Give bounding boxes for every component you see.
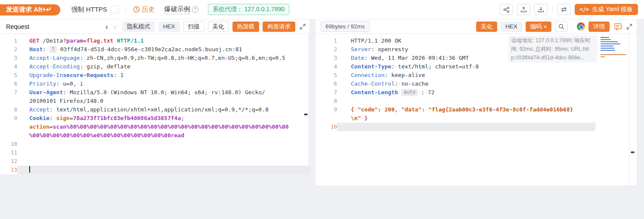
response-minimap[interactable] <box>601 37 627 59</box>
code-text: Upgrade-Insecure-Requests:·1 <box>17 71 309 80</box>
inline-chip: ? <box>50 46 57 53</box>
nav-next-button[interactable]: › <box>111 22 118 31</box>
import-icon <box>538 6 544 13</box>
help-icon: ? <box>192 6 198 13</box>
request-code-line-wrap[interactable]: 20100101·Firefox/148.0 <box>0 97 309 105</box>
scan-button[interactable]: 扫描 <box>183 22 204 32</box>
import-button[interactable] <box>534 4 548 15</box>
response-code-line-wrap[interactable]: \n"·} <box>316 114 637 123</box>
request-code-line-6[interactable]: 6Priority:·u=0,·i <box>0 80 309 88</box>
response-code-line-9[interactable]: 9{·"code":·200,·"data":·"flag{2aab00c3-e… <box>316 105 637 114</box>
request-scrollbar-thumb[interactable] <box>304 114 308 115</box>
minimap-line <box>601 54 626 55</box>
request-code-line-wrap[interactable]: action=scan%80%00%00%00%00%00%00%00%00%0… <box>0 123 309 131</box>
feedback-button[interactable] <box>614 23 622 31</box>
response-code-line-10[interactable]: 10 <box>316 123 637 131</box>
line-number: 6 <box>316 80 337 88</box>
response-code-line-6[interactable]: 6Cache-Control:·no-cache <box>316 80 637 88</box>
response-hex-button[interactable]: HEX <box>501 22 522 32</box>
system-proxy-badge: 系统代理： 127.0.0.1:7890 <box>208 4 289 15</box>
line-number: 5 <box>316 71 337 80</box>
request-code-line-9[interactable]: 9Cookie:·sign=78a273f71bfc83efb40086a5d3… <box>0 114 309 123</box>
response-code-line-5[interactable]: 5Connection:·keep-alive <box>316 71 637 80</box>
clock-icon <box>133 6 140 13</box>
force-https-checkbox[interactable] <box>111 6 119 14</box>
share-button[interactable] <box>500 4 513 15</box>
request-code-line-11[interactable]: 11 <box>0 148 309 157</box>
response-code-line-8[interactable]: 8 <box>316 97 637 105</box>
request-code-line-1[interactable]: 1GET·/De1ta?param=flag.txt·HTTP/1.1 <box>0 37 309 45</box>
code-text: GET·/De1ta?param=flag.txt·HTTP/1.1 <box>17 37 309 45</box>
send-request-button[interactable]: 发送请求 Alt+↵ <box>0 4 60 15</box>
nav-prev-button[interactable]: ‹ <box>103 22 111 31</box>
code-text <box>337 123 595 131</box>
minimap-line <box>601 39 611 40</box>
encode-dropdown[interactable]: 编码 ∨ <box>526 22 551 32</box>
request-beautify-button[interactable]: 美化 <box>208 22 229 32</box>
request-panel-title: Request <box>6 23 29 30</box>
privacy-mode-button[interactable]: 隐私模式 <box>122 22 155 32</box>
response-code-line-4[interactable]: 4Content-Type:·text/html;·charset=utf-8 <box>316 62 637 71</box>
request-code-line-2[interactable]: 2Host:·?·03ff4d74-d51d-4dcc-956e-c3019e2… <box>0 45 309 54</box>
export-button[interactable] <box>517 4 530 15</box>
http-repeater-app: 发送请求 Alt+↵ 强制 HTTPS 历史 爆破示例 ? 系统代理： 127.… <box>0 0 644 219</box>
generate-yaml-button[interactable]: </> 生成 Yaml 模板 <box>575 4 638 15</box>
request-hex-button[interactable]: HEX <box>158 22 180 32</box>
code-text: Accept-Encoding:·gzip,·deflate <box>17 62 309 71</box>
response-panel-header: 69bytes / 92ms 美化 HEX 编码 ∨ 详情 <box>316 19 637 34</box>
line-number: 9 <box>316 105 337 114</box>
request-expand-button[interactable] <box>300 24 306 30</box>
share-icon <box>503 6 510 13</box>
line-number: 13 <box>0 166 17 174</box>
code-text: Accept-Language:·zh-CN,zh;q=0.9,zh-TW;q=… <box>17 54 309 62</box>
build-request-button[interactable]: 构造请求 <box>263 22 295 32</box>
code-text: User-Agent:·Mozilla/5.0·(Windows·NT·10.0… <box>17 88 309 97</box>
response-scrollbar-thumb[interactable] <box>631 151 635 153</box>
response-stats-badge: 69bytes / 92ms <box>321 21 370 32</box>
force-https-label: 强制 HTTPS <box>71 6 107 14</box>
request-code-line-13[interactable]: 13 <box>0 166 309 174</box>
request-code-line-8[interactable]: 8Accept:·text/html,application/xhtml+xml… <box>0 105 309 114</box>
request-editor[interactable]: 1GET·/De1ta?param=flag.txt·HTTP/1.12Host… <box>0 34 309 174</box>
minimap-line <box>601 41 618 42</box>
code-text: Content-Length·auto·:·72 <box>337 88 595 97</box>
top-toolbar: 发送请求 Alt+↵ 强制 HTTPS 历史 爆破示例 ? 系统代理： 127.… <box>0 0 644 19</box>
toolbar-right-group: </> 生成 Yaml 模板 <box>500 4 644 15</box>
minimap-line <box>601 37 609 38</box>
line-number: 2 <box>0 45 17 54</box>
swap-icon <box>560 6 567 12</box>
request-code-line-12[interactable]: 12 <box>0 157 309 166</box>
generate-yaml-label: 生成 Yaml 模板 <box>592 6 633 13</box>
text-caret <box>29 166 30 173</box>
swap-button[interactable] <box>557 4 571 15</box>
details-button[interactable]: 详情 <box>588 22 610 32</box>
response-editor[interactable]: 远端地址: 127.0.0.1:7890; 响应时间: 92ms; 总耗时: 9… <box>316 34 637 185</box>
code-text <box>337 97 595 105</box>
line-number: 7 <box>316 88 337 97</box>
request-code-line-4[interactable]: 4Accept-Encoding:·gzip,·deflate <box>0 62 309 71</box>
line-number: 1 <box>0 37 17 45</box>
response-expand-button[interactable] <box>626 24 632 30</box>
hot-reload-button[interactable]: 热加载 <box>232 22 260 32</box>
history-button[interactable]: 历史 <box>133 6 155 14</box>
line-number: 3 <box>0 54 17 62</box>
request-code-line-7[interactable]: 7User-Agent:·Mozilla/5.0·(Windows·NT·10.… <box>0 88 309 97</box>
request-code-line-wrap[interactable]: %00%00%00%00%00%00%e0%00%00%00%00%00%00%… <box>0 131 309 140</box>
blast-example-link[interactable]: 爆破示例 ? <box>164 5 198 14</box>
code-text: Priority:·u=0,·i <box>17 80 309 88</box>
minimap-line <box>601 43 620 44</box>
toolbar-divider <box>552 6 553 13</box>
response-code-line-7[interactable]: 7Content-Length·auto·:·72 <box>316 88 637 97</box>
code-text <box>17 148 309 157</box>
request-code-line-3[interactable]: 3Accept-Language:·zh-CN,zh;q=0.9,zh-TW;q… <box>0 54 309 62</box>
search-button[interactable] <box>555 22 568 32</box>
chrome-icon[interactable] <box>577 22 585 31</box>
request-code-line-5[interactable]: 5Upgrade-Insecure-Requests:·1 <box>0 71 309 80</box>
line-number: 8 <box>0 105 17 114</box>
request-code-line-10[interactable]: 10 <box>0 140 309 148</box>
code-text <box>17 166 309 174</box>
toolbar-divider <box>126 6 126 13</box>
response-beautify-button[interactable]: 美化 <box>476 22 497 32</box>
comment-icon <box>614 23 622 31</box>
line-number: 4 <box>316 62 337 71</box>
